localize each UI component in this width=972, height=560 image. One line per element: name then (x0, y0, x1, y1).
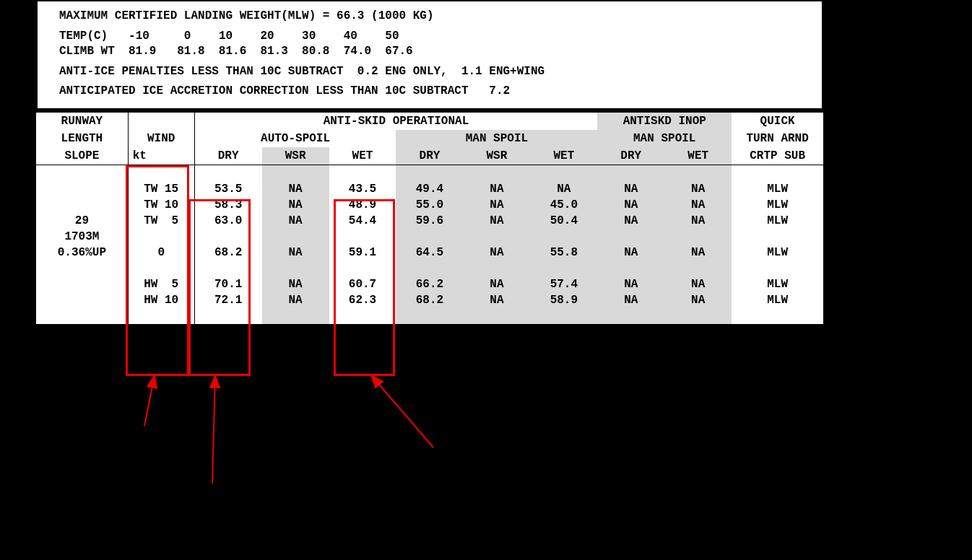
temp-label: TEMP(C) (59, 30, 108, 43)
hdr-runway: RUNWAY (36, 111, 128, 130)
landing-table: RUNWAY ANTI-SKID OPERATIONAL ANTISKD INO… (36, 110, 823, 327)
hdr-kt: kt (128, 147, 194, 165)
header-box: MAXIMUM CERTIFIED LANDING WEIGHT(MLW) = … (36, 0, 823, 110)
table-row: 29 TW 5 63.0 NA 54.4 59.6 NA 50.4 NA NA … (36, 213, 823, 229)
hdr-man-wsr: WSR (463, 147, 530, 165)
hdr-turn-arnd: TURN ARND (732, 130, 823, 147)
table-row: HW 5 70.1 NA 60.7 66.2 NA 57.4 NA NA MLW (36, 276, 823, 292)
hdr-crtp-sub: CRTP SUB (732, 147, 823, 165)
hdr-quick: QUICK (732, 111, 823, 130)
hdr-antiskid-inop: ANTISKD INOP (597, 111, 732, 130)
climb-values: 81.9 81.8 81.6 81.3 80.8 74.0 67.6 (115, 45, 413, 58)
hdr-inop-dry: DRY (597, 147, 664, 165)
climb-label: CLIMB WT (59, 45, 115, 58)
temp-row: TEMP(C) -10 0 10 20 30 40 50 (59, 29, 800, 45)
runway-length: 1703M (36, 229, 128, 245)
hdr-auto-dry: DRY (194, 147, 261, 165)
arrow-to-wet (371, 375, 433, 447)
anti-ice-line: ANTI-ICE PENALTIES LESS THAN 10C SUBTRAC… (59, 64, 800, 80)
ice-accretion-line: ANTICIPATED ICE ACCRETION CORRECTION LES… (59, 84, 800, 100)
runway-slope: 0.36%UP (36, 245, 128, 276)
hdr-inop-wet: WET (664, 147, 732, 165)
hdr-antiskid-op: ANTI-SKID OPERATIONAL (194, 111, 597, 130)
hdr-slope: SLOPE (36, 147, 128, 165)
table-row: TW 10 58.3 NA 48.9 55.0 NA 45.0 NA NA ML… (36, 197, 823, 213)
hdr-length: LENGTH (36, 130, 128, 147)
hdr-man-spoil-inop: MAN SPOIL (597, 130, 732, 147)
table-header-row-3: SLOPE kt DRY WSR WET DRY WSR WET DRY WET… (36, 147, 823, 165)
landing-performance-sheet: MAXIMUM CERTIFIED LANDING WEIGHT(MLW) = … (36, 0, 823, 327)
hdr-man-wet: WET (530, 147, 597, 165)
table-header-row-2: LENGTH WIND AUTO-SPOIL MAN SPOIL MAN SPO… (36, 130, 823, 147)
table-row: HW 10 72.1 NA 62.3 68.2 NA 58.9 NA NA ML… (36, 292, 823, 308)
hdr-wind: WIND (128, 130, 194, 147)
hdr-auto-wet: WET (329, 147, 396, 165)
table-row: 0.36%UP 0 68.2 NA 59.1 64.5 NA 55.8 NA N… (36, 245, 823, 261)
hdr-man-dry: DRY (396, 147, 463, 165)
arrow-to-dry (212, 375, 215, 484)
table-row: TW 15 53.5 NA 43.5 49.4 NA NA NA NA MLW (36, 181, 823, 197)
wind-cell: TW 15 (128, 181, 194, 197)
arrow-to-wind (144, 375, 155, 426)
table-header-row-1: RUNWAY ANTI-SKID OPERATIONAL ANTISKD INO… (36, 111, 823, 130)
hdr-man-spoil: MAN SPOIL (396, 130, 597, 147)
mlw-line: MAXIMUM CERTIFIED LANDING WEIGHT(MLW) = … (59, 9, 800, 25)
runway-number: 29 (36, 213, 128, 229)
temp-values: -10 0 10 20 30 40 50 (108, 30, 399, 43)
hdr-auto-spoil: AUTO-SPOIL (194, 130, 396, 147)
climb-row: CLIMB WT 81.9 81.8 81.6 81.3 80.8 74.0 6… (59, 44, 800, 60)
hdr-auto-wsr: WSR (262, 147, 329, 165)
